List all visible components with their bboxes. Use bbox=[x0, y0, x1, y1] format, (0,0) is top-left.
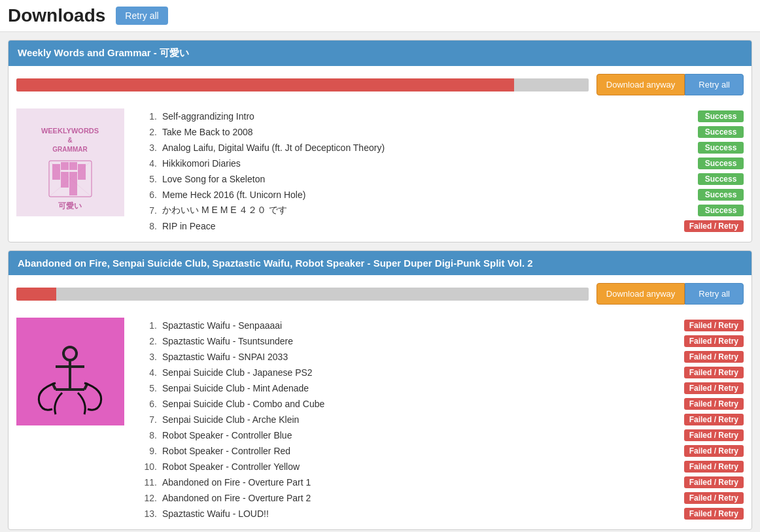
track-status-badge: Success bbox=[698, 173, 744, 185]
svg-rect-5 bbox=[52, 164, 60, 172]
table-row: 8.RIP in PeaceFailed / Retry bbox=[137, 218, 744, 234]
table-row: 10.Robot Speaker - Controller YellowFail… bbox=[137, 459, 744, 474]
table-row: 1.Self-aggrandizing IntroSuccess bbox=[137, 108, 744, 124]
track-name: Hikkikomori Diaries bbox=[162, 158, 693, 169]
table-row: 4.Senpai Suicide Club - Japanese PS2Fail… bbox=[137, 365, 744, 380]
track-status-badge[interactable]: Failed / Retry bbox=[684, 508, 744, 520]
table-row: 8.Robot Speaker - Controller BlueFailed … bbox=[137, 427, 744, 443]
track-number: 1. bbox=[137, 320, 157, 331]
table-row: 9.Robot Speaker - Controller RedFailed /… bbox=[137, 443, 744, 459]
track-name: Senpai Suicide Club - Mint Adenade bbox=[162, 383, 679, 393]
track-name: Analog Laifu, Digital Waifu (ft. Jt of D… bbox=[162, 142, 693, 153]
track-name: Robot Speaker - Controller Yellow bbox=[162, 461, 679, 472]
svg-rect-6 bbox=[61, 162, 69, 170]
track-number: 5. bbox=[137, 383, 157, 393]
track-number: 2. bbox=[137, 336, 157, 346]
retry-all-section-button-2[interactable]: Retry all bbox=[685, 283, 744, 305]
album-art-1: WEEKLYWORDS & GRAMMAR 可愛い bbox=[16, 108, 124, 216]
track-name: Spaztastic Waifu - LOUD!! bbox=[162, 508, 679, 519]
svg-rect-9 bbox=[52, 172, 60, 180]
track-name: Spaztastic Waifu - SNPAI 2033 bbox=[162, 352, 679, 362]
track-name: Abandoned on Fire - Overture Part 1 bbox=[162, 477, 679, 488]
track-status-badge[interactable]: Failed / Retry bbox=[684, 335, 744, 347]
album-section-1: Weekly Words and Grammar - 可愛いDownload a… bbox=[8, 40, 752, 242]
top-row-1: Download anywayRetry all bbox=[16, 74, 744, 95]
progress-bar-container-2 bbox=[16, 288, 589, 301]
table-row: 7.Senpai Suicide Club - Arche KleinFaile… bbox=[137, 412, 744, 427]
page-title: Downloads bbox=[8, 5, 105, 26]
top-row-2: Download anywayRetry all bbox=[16, 283, 744, 305]
track-name: かわいい M E M E ４２０ です bbox=[162, 205, 693, 216]
svg-text:WEEKLYWORDS: WEEKLYWORDS bbox=[41, 127, 99, 135]
track-status-badge[interactable]: Failed / Retry bbox=[684, 461, 744, 473]
track-status-badge[interactable]: Failed / Retry bbox=[684, 220, 744, 232]
track-status-badge[interactable]: Failed / Retry bbox=[684, 367, 744, 378]
svg-rect-10 bbox=[61, 172, 69, 180]
track-number: 8. bbox=[137, 430, 157, 441]
track-status-badge[interactable]: Failed / Retry bbox=[684, 445, 744, 457]
svg-rect-7 bbox=[69, 162, 77, 170]
track-status-badge: Success bbox=[698, 189, 744, 201]
track-name: Take Me Back to 2008 bbox=[162, 127, 693, 137]
svg-rect-12 bbox=[78, 172, 86, 180]
album-content-2: 1.Spaztastic Waifu - SenpaaaaiFailed / R… bbox=[16, 312, 744, 522]
track-status-badge[interactable]: Failed / Retry bbox=[684, 382, 744, 394]
download-anyway-button-2[interactable]: Download anyway bbox=[596, 283, 685, 305]
table-row: 6.Meme Heck 2016 (ft. Unicorn Hole)Succe… bbox=[137, 187, 744, 203]
track-status-badge[interactable]: Failed / Retry bbox=[684, 414, 744, 425]
track-status-badge[interactable]: Failed / Retry bbox=[684, 429, 744, 441]
table-row: 3.Spaztastic Waifu - SNPAI 2033Failed / … bbox=[137, 349, 744, 365]
track-number: 10. bbox=[137, 461, 157, 472]
retry-all-section-button-1[interactable]: Retry all bbox=[685, 74, 744, 95]
retry-all-header-button[interactable]: Retry all bbox=[116, 7, 167, 25]
table-row: 7.かわいい M E M E ４２０ ですSuccess bbox=[137, 203, 744, 218]
table-row: 11.Abandoned on Fire - Overture Part 1Fa… bbox=[137, 474, 744, 490]
album-content-1: WEEKLYWORDS & GRAMMAR 可愛い 1.Self-aggrand… bbox=[16, 103, 744, 234]
track-name: Robot Speaker - Controller Blue bbox=[162, 430, 679, 441]
track-number: 3. bbox=[137, 142, 157, 153]
progress-bar-container-1 bbox=[16, 78, 589, 91]
track-status-badge[interactable]: Failed / Retry bbox=[684, 398, 744, 410]
track-name: Senpai Suicide Club - Arche Klein bbox=[162, 414, 679, 425]
table-row: 1.Spaztastic Waifu - SenpaaaaiFailed / R… bbox=[137, 318, 744, 333]
table-row: 5.Senpai Suicide Club - Mint AdenadeFail… bbox=[137, 380, 744, 396]
track-name: RIP in Peace bbox=[162, 221, 679, 231]
track-status-badge: Success bbox=[698, 158, 744, 169]
album-art-2 bbox=[16, 318, 124, 425]
track-status-badge[interactable]: Failed / Retry bbox=[684, 492, 744, 504]
track-number: 6. bbox=[137, 399, 157, 409]
track-number: 8. bbox=[137, 221, 157, 231]
album-header-1: Weekly Words and Grammar - 可愛い bbox=[9, 41, 751, 66]
track-number: 6. bbox=[137, 190, 157, 200]
track-number: 12. bbox=[137, 493, 157, 503]
actions-1: Download anywayRetry all bbox=[596, 74, 744, 95]
sections-container: Weekly Words and Grammar - 可愛いDownload a… bbox=[0, 40, 760, 530]
track-number: 4. bbox=[137, 367, 157, 378]
svg-text:可愛い: 可愛い bbox=[58, 201, 82, 210]
track-name: Love Song for a Skeleton bbox=[162, 174, 693, 184]
track-number: 9. bbox=[137, 446, 157, 456]
page-header: Downloads Retry all bbox=[0, 0, 760, 32]
track-number: 7. bbox=[137, 205, 157, 216]
track-status-badge[interactable]: Failed / Retry bbox=[684, 351, 744, 363]
track-number: 5. bbox=[137, 174, 157, 184]
table-row: 2.Spaztastic Waifu - TsuntsundereFailed … bbox=[137, 333, 744, 349]
track-number: 4. bbox=[137, 158, 157, 169]
track-status-badge[interactable]: Failed / Retry bbox=[684, 476, 744, 488]
table-row: 12.Abandoned on Fire - Overture Part 2Fa… bbox=[137, 490, 744, 506]
album-body-1: Download anywayRetry all WEEKLYWORDS & G… bbox=[9, 66, 751, 242]
track-list-2: 1.Spaztastic Waifu - SenpaaaaiFailed / R… bbox=[137, 318, 744, 522]
table-row: 3.Analog Laifu, Digital Waifu (ft. Jt of… bbox=[137, 140, 744, 156]
track-number: 13. bbox=[137, 508, 157, 519]
table-row: 5.Love Song for a SkeletonSuccess bbox=[137, 171, 744, 187]
download-anyway-button-1[interactable]: Download anyway bbox=[596, 74, 685, 95]
track-status-badge[interactable]: Failed / Retry bbox=[684, 320, 744, 331]
album-section-2: Abandoned on Fire, Senpai Suicide Club, … bbox=[8, 250, 752, 530]
track-name: Senpai Suicide Club - Combo and Cube bbox=[162, 399, 679, 409]
table-row: 13.Spaztastic Waifu - LOUD!!Failed / Ret… bbox=[137, 506, 744, 522]
track-name: Spaztastic Waifu - Tsuntsundere bbox=[162, 336, 679, 346]
track-status-badge: Success bbox=[698, 126, 744, 138]
track-status-badge: Success bbox=[698, 110, 744, 122]
svg-text:&: & bbox=[67, 137, 72, 144]
track-number: 3. bbox=[137, 352, 157, 362]
